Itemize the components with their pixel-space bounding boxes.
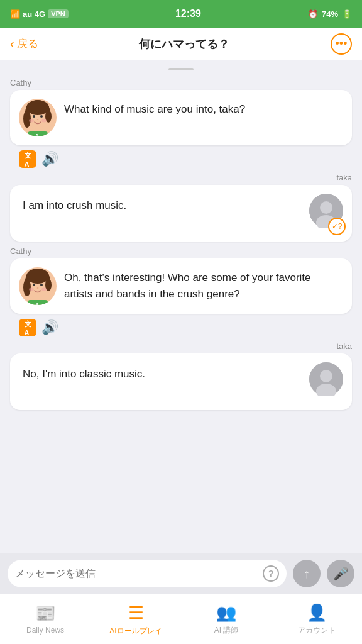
sender-label-taka-1: taka: [10, 173, 352, 182]
avatar-cathy-2: A: [19, 267, 57, 305]
input-bar: ? ↑ 🎤: [0, 553, 362, 594]
message-cathy-1: Cathy: [10, 78, 352, 168]
bubble-cathy-2: A Oh, that's interesting! Who are some o…: [10, 258, 352, 314]
tab-ai-roleplay[interactable]: ☰ AIロールプレイ: [90, 602, 181, 636]
translate-button-1[interactable]: 文A: [19, 150, 36, 168]
tab-ai-teacher[interactable]: 👥 AI 講師: [181, 603, 272, 636]
svg-point-9: [41, 119, 47, 123]
msg-actions-2: 文A 🔊: [10, 319, 352, 336]
carrier-label: au 4G: [23, 9, 45, 19]
sender-label-cathy-2: Cathy: [10, 247, 352, 256]
bubble-cathy-1: A What kind of music are you into, taka?: [10, 90, 352, 145]
status-left: 📶 au 4G VPN: [10, 9, 69, 19]
svg-point-22: [37, 287, 39, 289]
svg-point-8: [29, 119, 34, 123]
svg-point-21: [40, 284, 43, 286]
account-label: アカウント: [298, 625, 336, 636]
chat-area: Cathy: [0, 60, 362, 553]
svg-point-23: [29, 288, 34, 291]
status-right: ⏰ 74% 🔋: [308, 9, 352, 19]
back-button[interactable]: ‹ 戻る: [10, 36, 38, 51]
svg-text:A: A: [35, 133, 39, 136]
battery-label: 74%: [322, 9, 338, 19]
translate-icon: 文A: [25, 151, 31, 168]
msg-text-cathy-1: What kind of music are you into, taka?: [64, 99, 342, 118]
sender-label-taka-2: taka: [10, 341, 352, 351]
account-icon: 👤: [307, 603, 327, 623]
ai-roleplay-label: AIロールプレイ: [109, 626, 162, 636]
speaker-icon-2: 🔊: [41, 319, 58, 335]
ai-teacher-icon: 👥: [216, 603, 236, 623]
bubble-taka-1: I am into crush music. ✓?: [10, 185, 352, 242]
status-bar: 📶 au 4G VPN 12:39 ⏰ 74% 🔋: [0, 0, 362, 28]
ai-roleplay-icon: ☰: [128, 602, 144, 623]
chevron-left-icon: ‹: [10, 36, 14, 51]
input-field-wrap: ?: [8, 560, 287, 587]
audio-button-2[interactable]: 🔊: [41, 319, 58, 336]
msg-text-taka-2: No, I'm into classic music.: [23, 366, 302, 382]
daily-news-label: Daily News: [26, 626, 64, 635]
message-taka-1: taka I am into crush music. ✓?: [10, 173, 352, 242]
svg-point-24: [41, 288, 47, 291]
msg-text-taka-1: I am into crush music.: [23, 197, 302, 214]
back-label: 戻る: [17, 36, 38, 51]
svg-point-17: [26, 269, 49, 284]
send-icon: ↑: [304, 567, 310, 581]
audio-button-1[interactable]: 🔊: [41, 151, 58, 167]
daily-news-icon: 📰: [35, 604, 55, 623]
tab-account[interactable]: 👤 アカウント: [272, 603, 362, 636]
help-button[interactable]: ?: [263, 565, 279, 582]
svg-point-13: [320, 201, 332, 214]
svg-point-7: [37, 119, 39, 120]
send-button[interactable]: ↑: [293, 560, 321, 587]
svg-point-5: [33, 115, 35, 118]
avatar-taka-2: [309, 362, 343, 396]
check-badge-1: ✓?: [328, 218, 346, 235]
speaker-icon: 🔊: [41, 151, 58, 167]
sender-label-cathy-1: Cathy: [10, 78, 352, 87]
mic-icon: 🎤: [333, 566, 349, 581]
message-taka-2: taka No, I'm into classic music.: [10, 341, 352, 410]
drag-indicator: [168, 68, 194, 70]
svg-point-3: [23, 110, 31, 128]
svg-point-6: [40, 115, 43, 118]
tab-daily-news[interactable]: 📰 Daily News: [0, 604, 90, 635]
signal-icon: 📶: [10, 9, 20, 19]
nav-bar: ‹ 戻る 何にハマってる？ •••: [0, 28, 362, 60]
svg-point-18: [23, 279, 31, 296]
status-time: 12:39: [175, 8, 201, 19]
msg-actions-1: 文A 🔊: [10, 150, 352, 168]
avatar-cathy-1: A: [19, 99, 57, 136]
translate-icon-2: 文A: [25, 319, 31, 336]
message-cathy-2: Cathy A Oh, tha: [10, 247, 352, 336]
ai-teacher-label: AI 講師: [214, 625, 239, 636]
msg-text-cathy-2: Oh, that's interesting! Who are some of …: [64, 267, 342, 302]
svg-point-20: [33, 284, 35, 286]
more-button[interactable]: •••: [331, 33, 352, 55]
vpn-badge: VPN: [48, 9, 69, 18]
alarm-icon: ⏰: [308, 9, 318, 19]
svg-text:A: A: [35, 301, 39, 305]
svg-point-28: [320, 370, 332, 382]
svg-point-2: [26, 100, 49, 115]
tab-bar: 📰 Daily News ☰ AIロールプレイ 👥 AI 講師 👤 アカウント: [0, 594, 362, 644]
help-icon: ?: [268, 569, 274, 579]
check-icon: ✓?: [332, 222, 343, 231]
translate-button-2[interactable]: 文A: [19, 319, 36, 336]
mic-button[interactable]: 🎤: [327, 560, 354, 587]
bubble-taka-2: No, I'm into classic music.: [10, 353, 352, 410]
page-title: 何にハマってる？: [139, 36, 229, 52]
more-icon: •••: [336, 37, 348, 50]
message-input[interactable]: [15, 568, 258, 579]
battery-icon: 🔋: [342, 9, 352, 19]
